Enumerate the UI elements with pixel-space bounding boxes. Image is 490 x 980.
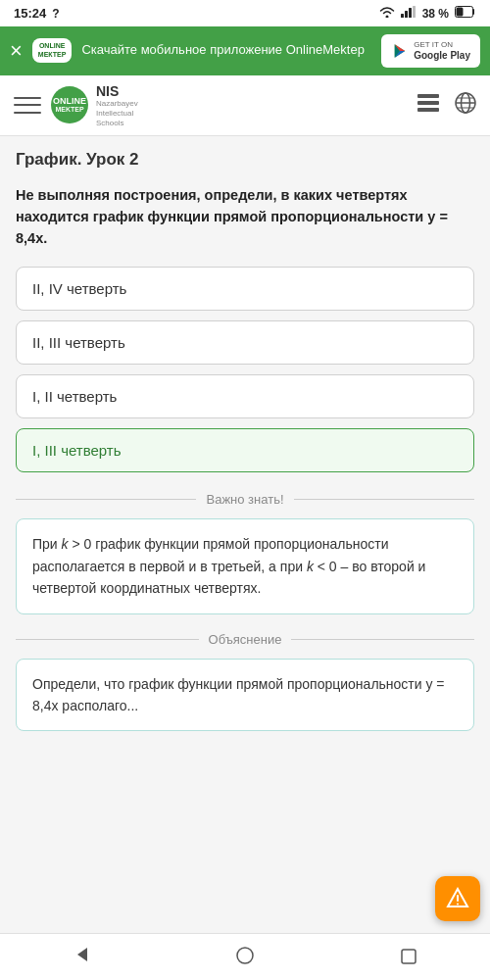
header-nav: ONLINE МЕKTEP NIS Nazarbayev Intellectua… <box>0 75 490 137</box>
svg-marker-20 <box>77 948 87 961</box>
warning-fab-button[interactable] <box>435 876 480 921</box>
battery-display: 38 % <box>422 7 449 21</box>
svg-rect-22 <box>402 950 416 963</box>
online-mektep-logo: ONLINE МЕKTEP <box>51 86 88 123</box>
status-right: 38 % <box>379 6 476 21</box>
battery-icon <box>455 6 476 21</box>
list-view-button[interactable] <box>417 94 439 117</box>
svg-rect-0 <box>401 14 404 18</box>
svg-rect-11 <box>417 101 439 105</box>
important-label: Важно знать! <box>206 492 283 507</box>
important-divider: Важно знать! <box>16 492 474 507</box>
nav-icons <box>417 92 476 119</box>
home-button[interactable] <box>164 937 327 978</box>
svg-rect-1 <box>405 11 408 18</box>
time-display: 15:24 <box>14 6 46 21</box>
nis-logo: NIS Nazarbayev Intellectual Schools <box>96 83 138 128</box>
svg-rect-3 <box>413 6 416 18</box>
signal-strength-icon <box>401 6 416 21</box>
menu-button[interactable] <box>14 94 41 116</box>
answer-option-3[interactable]: I, II четверть <box>16 374 474 418</box>
ad-logo: ONLINE MEКТЕР <box>32 38 73 63</box>
status-left: 15:24 ? <box>14 6 60 21</box>
svg-rect-5 <box>457 8 464 17</box>
bottom-nav <box>0 933 490 980</box>
svg-rect-2 <box>409 8 412 18</box>
important-info-box: При k > 0 график функции прямой пропорци… <box>16 518 474 613</box>
answer-option-2[interactable]: II, III четверть <box>16 320 474 365</box>
ad-close-button[interactable]: × <box>10 40 23 62</box>
back-button[interactable] <box>0 937 164 978</box>
status-bar: 15:24 ? 38 % <box>0 0 490 26</box>
important-text: При k > 0 график функции прямой пропорци… <box>32 536 425 596</box>
page-content: График. Урок 2 Не выполняя построения, о… <box>0 136 490 813</box>
answer-option-1[interactable]: II, IV четверть <box>16 267 474 311</box>
google-play-label: GET IT ON Google Play <box>414 40 470 62</box>
answer-options: II, IV четверть II, III четверть I, II ч… <box>16 267 474 472</box>
svg-point-19 <box>457 904 459 906</box>
svg-rect-12 <box>417 108 439 112</box>
logo-group: ONLINE МЕKTEP NIS Nazarbayev Intellectua… <box>51 83 408 128</box>
explanation-label: Объяснение <box>209 632 282 647</box>
page-title: График. Урок 2 <box>16 150 474 170</box>
signal-unknown-icon: ? <box>52 7 59 21</box>
svg-point-21 <box>237 948 253 963</box>
google-play-button[interactable]: GET IT ON Google Play <box>381 34 480 68</box>
svg-rect-10 <box>417 94 439 98</box>
ad-text: Скачайте мобильное приложение OnlineMekt… <box>81 42 371 59</box>
ad-banner: × ONLINE MEКТЕР Скачайте мобильное прило… <box>0 26 490 75</box>
explanation-text: Определи, что график функции прямой проп… <box>32 676 445 713</box>
globe-icon[interactable] <box>455 92 476 119</box>
answer-option-4[interactable]: I, III четверть <box>16 428 474 472</box>
question-text: Не выполняя построения, определи, в каки… <box>16 185 474 249</box>
recents-button[interactable] <box>326 937 490 978</box>
explanation-divider: Объяснение <box>16 632 474 647</box>
wifi-icon <box>379 6 395 21</box>
explanation-box: Определи, что график функции прямой проп… <box>16 659 474 732</box>
